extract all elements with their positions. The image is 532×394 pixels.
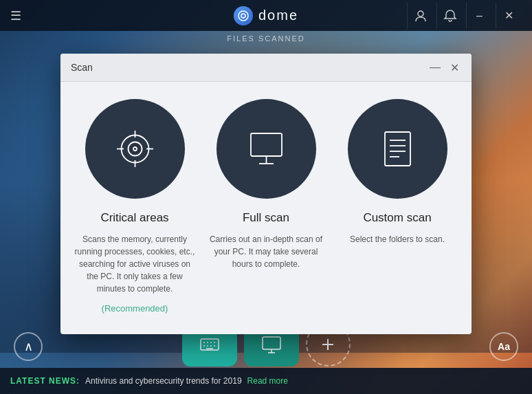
modal-minimize-button[interactable]: — <box>428 61 442 74</box>
full-scan-option[interactable]: Full scan Carries out an in-depth scan o… <box>206 99 326 314</box>
critical-areas-option[interactable]: Critical areas Scans the memory, current… <box>74 99 195 314</box>
document-icon <box>375 127 420 171</box>
titlebar-center: dome <box>234 6 298 25</box>
svg-point-4 <box>128 142 142 156</box>
modal-title: Scan <box>71 62 93 73</box>
custom-scan-option[interactable]: Custom scan Select the folders to scan. <box>337 99 458 314</box>
titlebar-right: – ✕ <box>407 3 522 29</box>
critical-areas-description: Scans the memory, currently running proc… <box>74 233 195 295</box>
notifications-button[interactable] <box>436 3 463 29</box>
full-scan-title: Full scan <box>243 211 289 225</box>
news-text: Antivirus and cybersecurity trends for 2… <box>85 376 241 386</box>
critical-areas-title: Critical areas <box>100 211 168 225</box>
full-scan-icon-circle <box>217 99 316 199</box>
monitor-icon <box>244 127 289 171</box>
scan-modal: Scan — ✕ Critical areas Scans the memory <box>60 54 472 334</box>
svg-rect-13 <box>385 132 410 166</box>
target-icon <box>113 127 157 171</box>
full-scan-description: Carries out an in-depth scan of your PC.… <box>206 233 326 270</box>
svg-point-0 <box>239 11 248 21</box>
news-label: LATEST NEWS: <box>10 376 80 386</box>
titlebar-left: ☰ <box>10 8 21 23</box>
modal-controls: — ✕ <box>428 61 461 74</box>
close-button[interactable]: ✕ <box>496 3 522 29</box>
svg-rect-28 <box>263 337 280 349</box>
critical-areas-icon-circle <box>85 99 185 199</box>
custom-scan-title: Custom scan <box>363 211 431 225</box>
app-logo <box>234 6 253 25</box>
modal-body: Critical areas Scans the memory, current… <box>60 82 472 334</box>
news-read-more-link[interactable]: Read more <box>247 376 288 386</box>
hamburger-menu-button[interactable]: ☰ <box>10 8 21 23</box>
minimize-button[interactable]: – <box>466 3 492 29</box>
titlebar: ☰ dome – ✕ <box>0 0 532 31</box>
modal-close-button[interactable]: ✕ <box>447 61 461 74</box>
font-size-button[interactable]: Aa <box>489 332 518 361</box>
news-bar: LATEST NEWS: Antivirus and cybersecurity… <box>0 368 532 394</box>
account-button[interactable] <box>407 3 433 29</box>
svg-point-2 <box>418 11 423 17</box>
svg-point-3 <box>121 135 148 163</box>
svg-rect-10 <box>251 133 282 156</box>
app-name: dome <box>258 8 298 23</box>
modal-titlebar: Scan — ✕ <box>60 54 472 82</box>
critical-areas-recommended: (Recommended) <box>102 303 168 314</box>
svg-point-1 <box>241 14 245 18</box>
svg-point-5 <box>133 147 137 151</box>
custom-scan-description: Select the folders to scan. <box>350 233 445 245</box>
custom-scan-icon-circle <box>348 99 447 199</box>
files-scanned-label: FILES SCANNED <box>227 34 304 43</box>
